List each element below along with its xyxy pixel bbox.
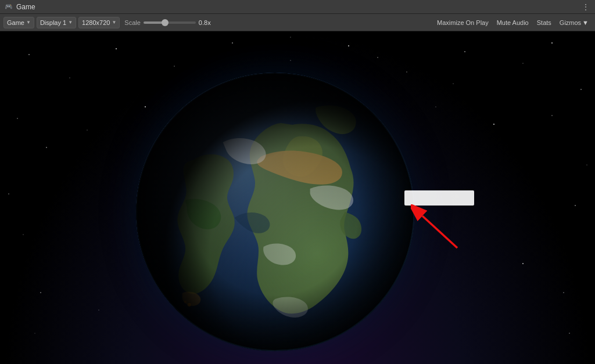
game-icon: 🎮 xyxy=(5,3,13,10)
svg-point-18 xyxy=(493,124,494,125)
svg-point-11 xyxy=(17,118,17,118)
svg-point-5 xyxy=(290,60,291,60)
svg-point-19 xyxy=(551,115,552,116)
svg-point-24 xyxy=(563,292,564,293)
chevron-down-icon: ▼ xyxy=(582,19,589,26)
game-viewport[interactable] xyxy=(0,31,595,364)
stats-button[interactable]: Stats xyxy=(534,18,554,27)
svg-point-29 xyxy=(35,333,35,334)
svg-point-2 xyxy=(116,48,117,49)
svg-point-41 xyxy=(136,73,415,351)
display-dropdown[interactable]: Display 1 ▼ xyxy=(37,17,76,28)
svg-point-10 xyxy=(551,42,553,44)
toolbar: Game ▼ Display 1 ▼ 1280x720 ▼ Scale 0.8x… xyxy=(0,14,595,31)
chevron-down-icon: ▼ xyxy=(68,20,73,25)
svg-point-20 xyxy=(580,89,582,90)
svg-line-43 xyxy=(422,216,457,248)
gizmos-button[interactable]: Gizmos ▼ xyxy=(557,18,592,27)
svg-point-26 xyxy=(575,205,576,206)
svg-point-6 xyxy=(348,45,349,46)
svg-point-9 xyxy=(522,63,523,63)
earth-continents xyxy=(136,73,415,351)
scale-control: Scale 0.8x xyxy=(124,19,215,26)
maximize-on-play-button[interactable]: Maximize On Play xyxy=(434,18,492,27)
resolution-dropdown[interactable]: 1280x720 ▼ xyxy=(78,17,120,28)
earth-surface xyxy=(136,73,415,351)
mute-audio-button[interactable]: Mute Audio xyxy=(494,18,532,27)
svg-point-25 xyxy=(23,234,23,235)
svg-point-33 xyxy=(377,57,378,57)
svg-point-3 xyxy=(174,66,174,66)
svg-point-22 xyxy=(98,309,99,310)
svg-point-23 xyxy=(522,263,524,264)
svg-point-8 xyxy=(464,51,465,52)
title-bar: 🎮 Game ⋮ xyxy=(0,0,595,14)
svg-point-28 xyxy=(586,164,587,165)
more-options-button[interactable]: ⋮ xyxy=(582,2,590,12)
svg-point-32 xyxy=(453,83,453,84)
svg-point-27 xyxy=(8,193,9,194)
svg-point-4 xyxy=(232,42,233,44)
chevron-down-icon: ▼ xyxy=(26,20,31,25)
svg-point-12 xyxy=(46,147,47,148)
game-dropdown[interactable]: Game ▼ xyxy=(3,17,34,28)
scale-slider[interactable] xyxy=(144,21,196,24)
window-title: Game xyxy=(16,3,35,11)
svg-point-21 xyxy=(40,292,41,293)
scale-value: 0.8x xyxy=(199,19,215,26)
svg-point-31 xyxy=(291,37,291,38)
svg-point-1 xyxy=(69,77,70,78)
ui-overlay-rect xyxy=(404,190,474,206)
chevron-down-icon: ▼ xyxy=(112,20,116,25)
scale-label: Scale xyxy=(124,19,141,26)
svg-point-0 xyxy=(28,54,30,55)
earth-globe xyxy=(136,73,415,351)
red-arrow xyxy=(411,204,469,257)
svg-point-30 xyxy=(569,333,569,333)
svg-point-13 xyxy=(87,129,87,130)
svg-point-17 xyxy=(435,106,436,107)
